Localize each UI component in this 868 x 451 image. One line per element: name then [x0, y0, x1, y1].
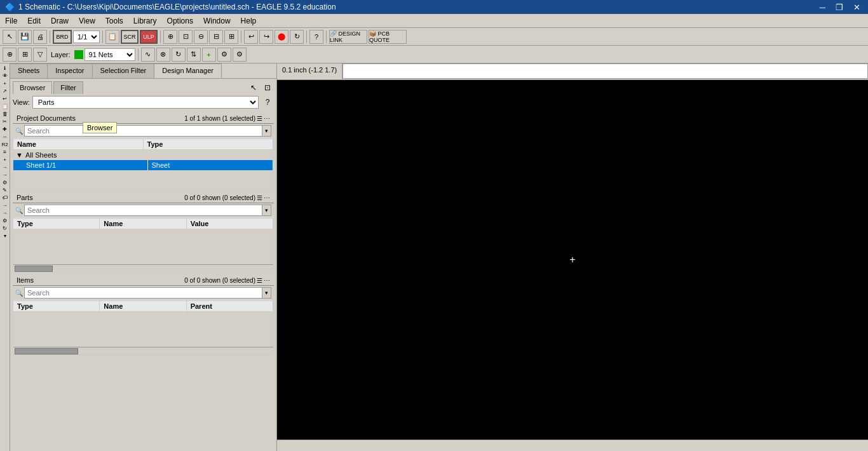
t4[interactable]: 📋: [1, 103, 9, 110]
restore-button[interactable]: ❐: [833, 3, 846, 12]
items-actions: 0 of 0 shown (0 selected) ☰ ⋯: [184, 277, 270, 284]
all-sheets-row[interactable]: ▼ All Sheets: [13, 150, 273, 160]
tab-selection-filter[interactable]: Selection Filter: [93, 64, 155, 78]
t3[interactable]: ↩: [1, 95, 9, 102]
menu-edit[interactable]: Edit: [22, 15, 46, 27]
more-icon-3[interactable]: ⋯: [264, 277, 270, 284]
layer-select[interactable]: 91 Nets: [85, 48, 135, 61]
brd-button[interactable]: BRD: [53, 30, 72, 44]
info-tool[interactable]: ℹ: [1, 65, 9, 72]
more-icon-2[interactable]: ⋯: [264, 194, 270, 201]
list-icon[interactable]: ☰: [257, 115, 262, 122]
menu-tools[interactable]: Tools: [100, 15, 128, 27]
zoom-fit-button[interactable]: ⊡: [179, 30, 193, 44]
expand-arrow[interactable]: ▾: [1, 232, 9, 239]
parts-scrollbar-thumb[interactable]: [15, 266, 53, 272]
parts-scrollbar[interactable]: [13, 264, 273, 272]
tab-filter[interactable]: Filter: [53, 81, 83, 94]
stop-button[interactable]: ⬤: [275, 30, 288, 44]
t17[interactable]: →: [1, 202, 9, 209]
sheet-row[interactable]: Sheet 1/1 Sheet: [13, 160, 273, 170]
t20[interactable]: ↻: [1, 225, 9, 232]
fit-icon-button[interactable]: ⊡: [261, 81, 274, 94]
list-icon-3[interactable]: ☰: [257, 277, 262, 284]
more-icon[interactable]: ⋯: [264, 115, 270, 122]
t7[interactable]: ✚: [1, 126, 9, 133]
wire-button[interactable]: ∿: [141, 48, 155, 62]
pcb-quote-button[interactable]: 📦 PCB QUOTE: [369, 30, 407, 44]
menu-window[interactable]: Window: [198, 15, 236, 27]
mirror-button[interactable]: ⊗: [156, 48, 170, 62]
eye-tool[interactable]: 👁: [1, 72, 9, 79]
t14[interactable]: ⚙: [1, 179, 9, 186]
help-icon-button[interactable]: ?: [261, 96, 274, 109]
save-button[interactable]: 💾: [18, 30, 32, 44]
t2[interactable]: ↗: [1, 88, 9, 95]
filter-button[interactable]: ▽: [33, 48, 47, 62]
t6[interactable]: ✂: [1, 118, 9, 125]
search-dropdown-2[interactable]: ▾: [262, 205, 271, 216]
project-documents-search-input[interactable]: [24, 125, 262, 137]
scr-button[interactable]: SCR: [121, 30, 139, 44]
tab-sheets[interactable]: Sheets: [10, 64, 48, 78]
ulp-button[interactable]: ULP: [140, 30, 158, 44]
t18[interactable]: →: [1, 210, 9, 217]
t12[interactable]: →: [1, 164, 9, 171]
separator-7: [138, 48, 139, 61]
items-scrollbar-thumb[interactable]: [15, 348, 78, 354]
minimize-button[interactable]: ─: [817, 3, 828, 12]
tab-design-manager[interactable]: Design Manager: [154, 64, 222, 78]
rotate-button[interactable]: ↻: [172, 48, 186, 62]
canvas[interactable]: +: [277, 80, 868, 440]
list-icon-2[interactable]: ☰: [257, 194, 262, 201]
parts-search-input[interactable]: [24, 205, 262, 216]
coord-input[interactable]: [342, 64, 868, 79]
menu-draw[interactable]: Draw: [46, 15, 74, 27]
flip-button[interactable]: ⇅: [187, 48, 201, 62]
t8[interactable]: ↔: [1, 133, 9, 140]
copy-button[interactable]: 📋: [105, 30, 119, 44]
t13[interactable]: →: [1, 172, 9, 178]
zoom-area-button[interactable]: ⊟: [209, 30, 223, 44]
zoom-out-button[interactable]: ⊖: [194, 30, 208, 44]
redo-button[interactable]: ↪: [259, 30, 273, 44]
add-button[interactable]: +: [202, 48, 216, 62]
undo-button[interactable]: ↩: [244, 30, 258, 44]
print-button[interactable]: 🖨: [33, 30, 47, 44]
view-select[interactable]: Parts Nets Instances: [32, 96, 259, 109]
snap-button[interactable]: ⊕: [3, 48, 17, 62]
t16[interactable]: 🏷: [1, 194, 9, 201]
repeat-button[interactable]: ↻: [290, 30, 304, 44]
t19[interactable]: ⚙: [1, 217, 9, 224]
close-button[interactable]: ✕: [851, 3, 863, 12]
items-search-input[interactable]: [24, 287, 262, 299]
menu-options[interactable]: Options: [162, 15, 198, 27]
menu-view[interactable]: View: [74, 15, 100, 27]
tab-browser[interactable]: Browser: [13, 81, 52, 94]
items-scrollbar[interactable]: [13, 347, 273, 354]
select-tool-button[interactable]: ↖: [3, 30, 17, 44]
t5[interactable]: 🗑: [1, 111, 9, 118]
separator-1: [50, 30, 50, 43]
items-table: Type Name Parent: [13, 300, 274, 355]
menu-library[interactable]: Library: [128, 15, 162, 27]
t15[interactable]: ✎: [1, 187, 9, 194]
t9[interactable]: R2: [1, 141, 9, 148]
zoom-100-button[interactable]: ⊞: [224, 30, 238, 44]
search-dropdown-1[interactable]: ▾: [262, 125, 271, 137]
t10[interactable]: ≡: [1, 149, 9, 156]
pointer-icon-button[interactable]: ↖: [247, 81, 260, 94]
help-button[interactable]: ?: [309, 30, 323, 44]
t1[interactable]: +: [1, 80, 9, 87]
menu-help[interactable]: Help: [236, 15, 262, 27]
drc-button[interactable]: ⚙: [233, 48, 247, 62]
menu-file[interactable]: File: [0, 15, 22, 27]
search-dropdown-3[interactable]: ▾: [262, 287, 271, 299]
zoom-in-button[interactable]: ⊕: [163, 30, 177, 44]
tab-inspector[interactable]: Inspector: [48, 64, 92, 78]
t11[interactable]: +: [1, 156, 9, 163]
settings-button[interactable]: ⚙: [217, 48, 231, 62]
design-link-button[interactable]: 🔗 DESIGN LINK: [329, 30, 367, 44]
grid-button[interactable]: ⊞: [18, 48, 32, 62]
sheet-select[interactable]: 1/1: [73, 30, 100, 43]
